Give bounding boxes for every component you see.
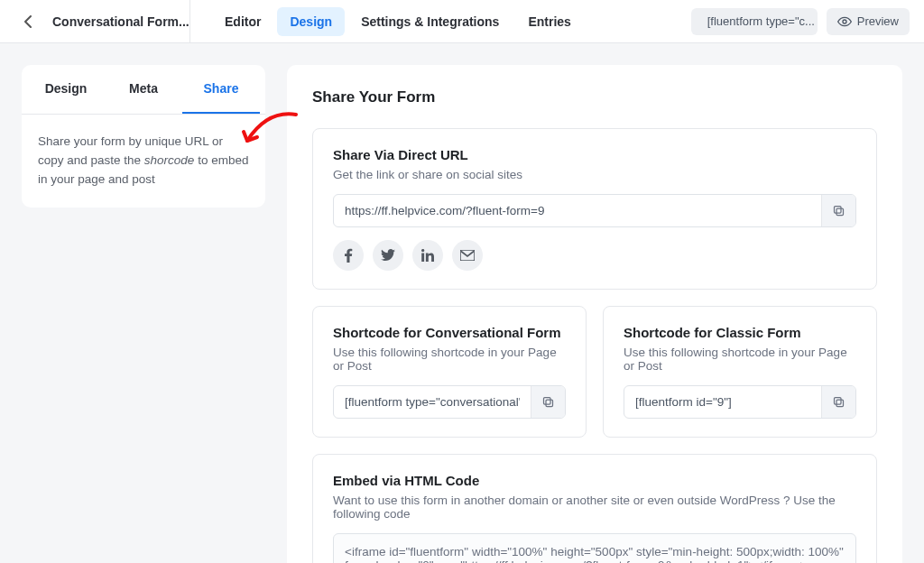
conv-title: Shortcode for Conversational Form	[333, 325, 566, 340]
svg-rect-6	[546, 400, 553, 407]
svg-rect-9	[835, 398, 842, 405]
sidebar-description: Share your form by unique URL or copy an…	[22, 115, 265, 208]
topbar: Conversational Form... Editor Design Set…	[0, 0, 924, 43]
shortcode-chip[interactable]: [fluentform type="c...	[691, 8, 818, 35]
classic-code-input[interactable]	[624, 386, 821, 418]
copy-icon	[541, 395, 555, 409]
preview-button[interactable]: Preview	[827, 8, 910, 35]
tab-entries[interactable]: Entries	[515, 7, 583, 36]
svg-rect-7	[544, 398, 551, 405]
subtab-design[interactable]: Design	[27, 65, 105, 114]
main-panel: Share Your Form Share Via Direct URL Get…	[287, 65, 902, 563]
classic-copy-button[interactable]	[821, 386, 855, 418]
card-conv-shortcode: Shortcode for Conversational Form Use th…	[312, 306, 587, 438]
svg-rect-3	[836, 208, 844, 216]
tab-design[interactable]: Design	[277, 7, 345, 36]
back-button[interactable]	[14, 15, 42, 28]
tab-settings[interactable]: Settings & Integrations	[348, 7, 512, 36]
shortcode-chip-text: [fluentform type="c...	[707, 14, 815, 28]
share-twitter[interactable]	[373, 240, 403, 271]
copy-icon	[832, 395, 845, 409]
embed-code-textarea[interactable]	[333, 533, 856, 563]
twitter-icon	[381, 249, 395, 262]
eye-icon	[837, 14, 852, 29]
preview-label: Preview	[857, 14, 899, 28]
share-facebook[interactable]	[333, 240, 364, 271]
sidebar: Design Meta Share Share your form by uni…	[22, 65, 265, 208]
page-title: Share Your Form	[312, 88, 877, 106]
direct-url-row	[333, 194, 856, 227]
desc-em: shorcode	[144, 153, 195, 167]
card-embed: Embed via HTML Code Want to use this for…	[312, 454, 877, 563]
direct-title: Share Via Direct URL	[333, 147, 856, 162]
chevron-left-icon	[24, 15, 32, 28]
svg-point-2	[843, 20, 846, 23]
topbar-tabs: Editor Design Settings & Integrations En…	[212, 7, 584, 36]
subtab-share[interactable]: Share	[182, 65, 260, 114]
embed-sub: Want to use this form in another domain …	[333, 494, 856, 521]
classic-code-row	[624, 385, 856, 419]
linkedin-icon	[421, 249, 434, 262]
share-email[interactable]	[452, 240, 483, 271]
direct-url-input[interactable]	[334, 195, 821, 226]
subtab-meta[interactable]: Meta	[105, 65, 182, 114]
conv-copy-button[interactable]	[531, 386, 565, 418]
card-direct-url: Share Via Direct URL Get the link or sha…	[312, 128, 877, 290]
svg-rect-8	[836, 400, 844, 407]
classic-sub: Use this following shortcode in your Pag…	[624, 346, 856, 373]
conv-code-input[interactable]	[334, 386, 531, 418]
page: Design Meta Share Share your form by uni…	[0, 43, 924, 563]
svg-rect-4	[835, 207, 842, 214]
share-linkedin[interactable]	[412, 240, 443, 271]
conv-sub: Use this following shortcode in your Pag…	[333, 346, 566, 373]
direct-sub: Get the link or share on social sites	[333, 168, 856, 181]
shortcode-row: Shortcode for Conversational Form Use th…	[312, 306, 877, 454]
social-row	[333, 240, 856, 271]
topbar-right: [fluentform type="c... Preview	[691, 8, 910, 35]
embed-title: Embed via HTML Code	[333, 473, 856, 488]
facebook-icon	[344, 248, 353, 263]
classic-title: Shortcode for Classic Form	[624, 325, 856, 340]
direct-copy-button[interactable]	[821, 195, 855, 226]
form-title: Conversational Form...	[42, 0, 190, 43]
mail-icon	[460, 250, 475, 261]
sidebar-subtabs: Design Meta Share	[22, 65, 265, 115]
card-classic-shortcode: Shortcode for Classic Form Use this foll…	[603, 306, 877, 438]
tab-editor[interactable]: Editor	[212, 7, 273, 36]
conv-code-row	[333, 385, 566, 419]
copy-icon	[832, 204, 845, 217]
